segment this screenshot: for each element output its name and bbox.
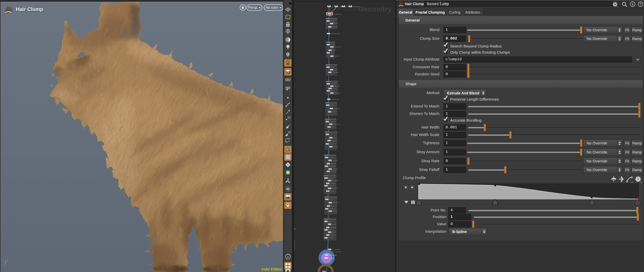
svg-text:i: i: [287, 255, 288, 259]
svg-text:baseclump: baseclump: [334, 13, 342, 15]
svg-text:?: ?: [640, 2, 642, 6]
svg-text:hairclump2: hairclump2: [328, 258, 334, 259]
svg-text:GUIDEGRPS: GUIDEGRPS: [353, 6, 359, 7]
svg-text:12: 12: [288, 131, 291, 134]
svg-text:point_mouthmask: point_mouthmask: [332, 251, 341, 252]
svg-text:guideprocess2: guideprocess2: [331, 99, 339, 100]
svg-text:y: y: [6, 258, 8, 262]
svg-text:uid_mouthmask: uid_mouthmask: [332, 249, 340, 250]
svg-text:12: 12: [287, 116, 290, 119]
svg-text:Geometry: Geometry: [358, 5, 392, 13]
svg-text:z: z: [1, 262, 3, 266]
svg-text:x: x: [9, 261, 11, 265]
svg-text:guideprocess25: guideprocess25: [329, 255, 337, 256]
svg-text:detailclump_body: detailclump_body: [331, 33, 340, 34]
svg-text:SKIN: SKIN: [331, 6, 334, 7]
